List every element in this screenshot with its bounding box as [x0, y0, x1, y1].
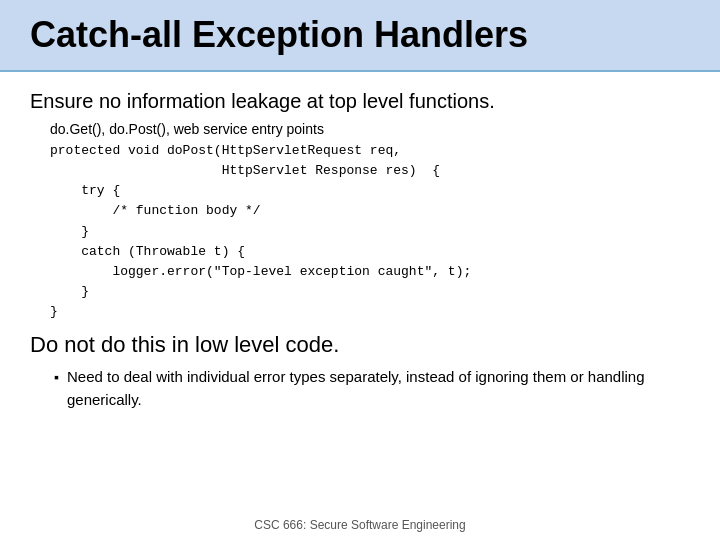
code-line-4: /* function body */: [50, 203, 261, 218]
code-line-6: catch (Throwable t) {: [50, 244, 245, 259]
footer-text: CSC 666: Secure Software Engineering: [254, 518, 465, 532]
code-line-2: HttpServlet Response res) {: [50, 163, 440, 178]
code-line-9: }: [50, 304, 58, 319]
subtitle: Ensure no information leakage at top lev…: [30, 90, 690, 113]
code-line-8: }: [50, 284, 89, 299]
code-line-5: }: [50, 224, 89, 239]
code-line-3: try {: [50, 183, 120, 198]
code-block: protected void doPost(HttpServletRequest…: [50, 141, 690, 322]
slide: Catch-all Exception Handlers Ensure no i…: [0, 0, 720, 540]
slide-title: Catch-all Exception Handlers: [30, 14, 690, 56]
bullet-item: ▪ Need to deal with individual error typ…: [54, 366, 690, 411]
content-area: Ensure no information leakage at top lev…: [0, 72, 720, 512]
bullet-icon: ▪: [54, 367, 59, 388]
header-bar: Catch-all Exception Handlers: [0, 0, 720, 72]
code-line-7: logger.error("Top-level exception caught…: [50, 264, 471, 279]
bullet-list: ▪ Need to deal with individual error typ…: [54, 366, 690, 411]
code-description: do.Get(), do.Post(), web service entry p…: [50, 121, 690, 137]
bullet-text: Need to deal with individual error types…: [67, 366, 690, 411]
bottom-heading: Do not do this in low level code.: [30, 332, 690, 358]
footer: CSC 666: Secure Software Engineering: [0, 512, 720, 540]
code-line-1: protected void doPost(HttpServletRequest…: [50, 143, 401, 158]
